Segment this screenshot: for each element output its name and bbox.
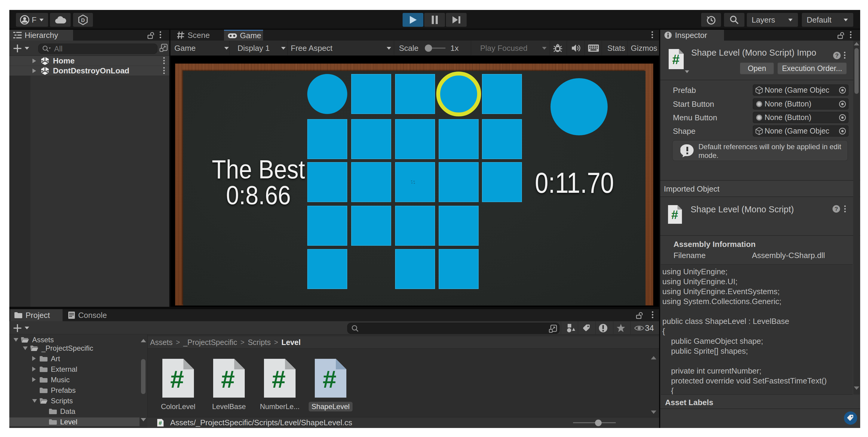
project-search-input[interactable] xyxy=(347,323,560,334)
tab-project[interactable]: Project xyxy=(10,309,63,321)
tab-console[interactable]: Console xyxy=(64,309,112,321)
grid-square[interactable] xyxy=(395,206,435,246)
expand-arrow-icon[interactable] xyxy=(32,68,36,74)
grid-square[interactable] xyxy=(395,74,435,114)
grid-square[interactable] xyxy=(439,206,479,246)
object-field[interactable]: None (Game Objec xyxy=(753,125,848,137)
display-dropdown[interactable]: Display 1 xyxy=(238,40,270,56)
breadcrumb-segment[interactable]: Assets xyxy=(150,338,173,347)
undo-history-button[interactable] xyxy=(701,13,721,27)
grid-square[interactable] xyxy=(439,119,479,159)
layout-dropdown[interactable]: Default xyxy=(802,13,853,27)
add-icon[interactable] xyxy=(13,44,22,53)
help-icon[interactable]: ? xyxy=(832,205,840,213)
grid-square[interactable] xyxy=(482,162,522,202)
tree-scrollbar[interactable] xyxy=(140,334,147,428)
tree-item-level[interactable]: Level xyxy=(9,417,147,426)
play-focused-dropdown[interactable]: Play Focused xyxy=(480,40,528,56)
unlock-icon[interactable] xyxy=(837,32,845,39)
cloud-button[interactable] xyxy=(50,13,71,27)
help-icon[interactable]: ? xyxy=(833,52,841,60)
stats-button[interactable]: Stats xyxy=(607,40,625,56)
filter-by-label-icon[interactable] xyxy=(582,324,590,332)
tree-item-external[interactable]: External xyxy=(9,365,147,374)
grid-square[interactable] xyxy=(307,119,347,159)
add-dropdown-icon[interactable] xyxy=(24,47,29,50)
game-panel-menu-icon[interactable] xyxy=(652,31,653,39)
object-field[interactable]: None (Game Objec xyxy=(753,85,848,96)
grid-square[interactable] xyxy=(439,162,479,202)
asset-labels-tag-button[interactable] xyxy=(844,411,857,425)
collapse-arrow-icon[interactable] xyxy=(32,399,37,403)
account-button[interactable]: F xyxy=(16,13,48,27)
pause-button[interactable] xyxy=(424,13,445,27)
expand-arrow-icon[interactable] xyxy=(32,367,36,372)
grid-square[interactable] xyxy=(482,119,522,159)
tree-item-art[interactable]: Art xyxy=(9,354,147,363)
file-item-colorlevel[interactable]: #ColorLevel xyxy=(162,358,194,400)
file-item-shapelevel[interactable]: #ShapeLevel xyxy=(314,358,347,400)
object-field[interactable]: None (Button) xyxy=(753,112,848,123)
object-picker-icon[interactable] xyxy=(839,127,846,135)
search-everything-button[interactable] xyxy=(724,13,744,27)
grid-circle[interactable] xyxy=(436,71,481,116)
grid-square[interactable] xyxy=(351,74,391,114)
grid-square[interactable] xyxy=(482,74,522,114)
tab-game[interactable]: Game xyxy=(224,30,263,40)
tree-item-music[interactable]: Music xyxy=(9,375,147,384)
invalid-filter-icon[interactable] xyxy=(598,323,608,333)
aspect-dropdown[interactable]: Free Aspect xyxy=(291,40,333,56)
open-button[interactable]: Open xyxy=(740,63,774,74)
breadcrumb-segment[interactable]: _ProjectSpecific xyxy=(183,338,237,347)
tree-item-scripts[interactable]: Scripts xyxy=(9,397,147,405)
grid-square[interactable] xyxy=(351,119,391,159)
object-picker-icon[interactable] xyxy=(839,100,846,108)
inspector-scrollbar[interactable] xyxy=(853,40,860,395)
picker-window-icon[interactable] xyxy=(159,43,168,52)
grid-square[interactable] xyxy=(439,249,479,289)
hierarchy-empty-area[interactable] xyxy=(9,76,169,307)
tree-item-_projectspecific[interactable]: _ProjectSpecific xyxy=(9,344,147,352)
picker-window-icon[interactable] xyxy=(549,324,557,333)
favorites-star-icon[interactable] xyxy=(616,324,625,332)
grid-square[interactable] xyxy=(351,206,391,246)
tree-item-assets[interactable]: Assets xyxy=(9,336,147,344)
object-picker-icon[interactable] xyxy=(839,86,846,94)
item-menu-icon[interactable] xyxy=(163,57,165,65)
inspector-menu-icon[interactable] xyxy=(850,31,852,39)
filter-by-type-icon[interactable] xyxy=(566,324,576,332)
grid-square[interactable] xyxy=(307,162,347,202)
gizmos-dropdown[interactable]: Gizmos xyxy=(631,40,657,56)
grid-square[interactable] xyxy=(395,119,435,159)
hierarchy-item-home[interactable]: Home xyxy=(9,56,169,65)
expand-arrow-icon[interactable] xyxy=(32,58,36,63)
project-menu-icon[interactable] xyxy=(652,311,654,319)
zoom-slider-knob[interactable] xyxy=(595,419,601,426)
play-button[interactable] xyxy=(403,13,423,27)
add-dropdown-icon[interactable] xyxy=(24,326,29,330)
zoom-slider-track[interactable] xyxy=(573,422,616,423)
grid-square[interactable] xyxy=(307,249,347,289)
file-item-numberle[interactable]: #NumberLe... xyxy=(264,358,296,400)
unity-hub-button[interactable]: D xyxy=(73,13,93,27)
collapse-arrow-icon[interactable] xyxy=(23,347,28,350)
layers-dropdown[interactable]: Layers xyxy=(747,13,798,27)
hidden-count-eye-icon[interactable] xyxy=(634,325,644,331)
expand-arrow-icon[interactable] xyxy=(32,377,36,382)
imported-object-menu-icon[interactable] xyxy=(844,205,846,213)
tab-inspector[interactable]: Inspector xyxy=(660,30,724,40)
scale-slider-knob[interactable] xyxy=(425,45,432,52)
breadcrumb-segment-current[interactable]: Level xyxy=(281,338,301,347)
tab-hierarchy[interactable]: Hierarchy xyxy=(9,30,73,40)
object-field[interactable]: None (Button) xyxy=(753,98,848,110)
mute-audio-icon[interactable] xyxy=(571,44,581,52)
tab-scene[interactable]: Scene xyxy=(173,30,220,40)
grid-square[interactable] xyxy=(307,206,347,246)
tree-item-prefabs[interactable]: Prefabs xyxy=(9,386,147,395)
execution-order-button[interactable]: Execution Order... xyxy=(777,63,847,74)
step-button[interactable] xyxy=(446,13,467,27)
hierarchy-menu-icon[interactable] xyxy=(160,31,161,39)
tree-item-data[interactable]: Data xyxy=(9,407,147,416)
grid-square[interactable] xyxy=(395,249,435,289)
hierarchy-search-input[interactable]: All xyxy=(38,43,158,54)
